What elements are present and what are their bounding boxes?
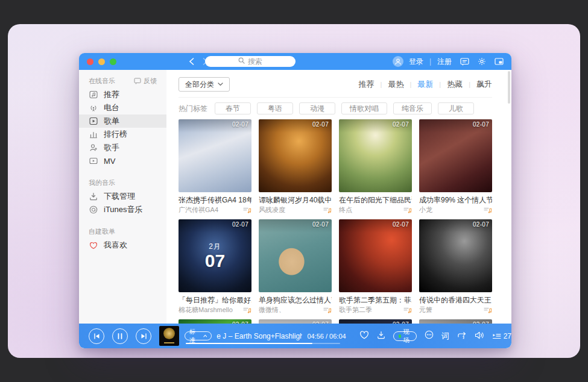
live-label: 现场 [403, 328, 411, 345]
avatar[interactable] [393, 56, 403, 67]
sidebar-item-downloads[interactable]: 下载管理 [79, 190, 166, 203]
message-icon[interactable] [460, 58, 469, 66]
settings-gear-icon[interactable] [478, 57, 486, 66]
playlist-cover[interactable]: 02-07 [259, 219, 332, 292]
radio-icon [89, 104, 98, 112]
tag-anime[interactable]: 动漫 [299, 102, 335, 114]
playlist-cover[interactable]: 02-07 [419, 119, 492, 192]
playlist-cover[interactable]: 02-07 [339, 119, 412, 192]
playlist-card[interactable]: 02-07 成功率99% 这个情人节... 小龙 [419, 119, 492, 214]
card-date: 02-07 [312, 121, 329, 128]
sidebar-item-mv[interactable]: MV [79, 154, 166, 168]
card-creator[interactable]: 小龙 [419, 205, 432, 214]
card-creator[interactable]: 棉花糖Marshmello [179, 305, 233, 315]
playlist-card[interactable]: 02-07 单身狗应该怎么过情人节 微微情、 [259, 219, 332, 315]
register-link[interactable]: 注册 [437, 57, 452, 67]
playlist-card[interactable]: 2月 07 02-07 「每日推荐」给你最好... 棉花糖Marshmello [179, 219, 251, 315]
card-title[interactable]: 传说中的香港四大天王 [419, 296, 492, 304]
progress-bar[interactable] [186, 343, 340, 344]
card-title[interactable]: 在午后的阳光下细品民谣 [339, 196, 412, 204]
main-content: 全部分类 推荐 | 最热 | 最新 | 热藏 | 飙升 热门标签 [166, 70, 511, 348]
volume-icon[interactable] [475, 331, 484, 342]
download-song-icon[interactable] [377, 331, 385, 342]
sidebar-item-recommend[interactable]: 推荐 [79, 88, 166, 101]
zoom-window-button[interactable] [110, 58, 116, 65]
add-to-playlist-icon[interactable] [484, 207, 492, 214]
sidebar-item-favorites[interactable]: 我喜欢 [79, 239, 166, 252]
playlist-cover[interactable]: 02-07 [259, 119, 332, 192]
feedback-button[interactable]: 反馈 [134, 77, 157, 86]
tag-cantonese[interactable]: 粤语 [257, 102, 293, 114]
song-title[interactable]: e J – Earth Song+Flashlight (Li [217, 332, 302, 340]
lyrics-button[interactable]: 词 [441, 332, 449, 340]
add-to-playlist-icon[interactable] [484, 307, 492, 314]
tag-children[interactable]: 儿歌 [438, 102, 474, 114]
next-track-button[interactable] [136, 328, 151, 344]
album-art[interactable] [159, 326, 179, 346]
mini-player-icon[interactable] [495, 58, 504, 65]
tag-love-duet[interactable]: 情歌对唱 [341, 102, 387, 114]
playlist-cover[interactable]: 02-07 [339, 219, 412, 292]
card-creator[interactable]: 微微情、 [259, 305, 285, 315]
add-to-playlist-icon[interactable] [243, 207, 251, 214]
previous-track-button[interactable] [89, 328, 104, 344]
favorite-heart-icon[interactable] [359, 331, 369, 342]
search-input[interactable]: 搜索 [205, 56, 296, 67]
play-queue-button[interactable]: 27 [492, 332, 511, 340]
scrollbar-thumb[interactable] [508, 71, 510, 104]
card-title[interactable]: 单身狗应该怎么过情人节 [259, 296, 332, 304]
pause-button[interactable] [112, 328, 128, 344]
card-creator[interactable]: 广汽传祺GA4 [179, 205, 218, 214]
category-dropdown[interactable]: 全部分类 [179, 77, 230, 92]
card-title[interactable]: 成功率99% 这个情人节... [419, 196, 492, 204]
add-to-playlist-icon[interactable] [323, 307, 332, 314]
quality-selector[interactable]: 标准 [185, 331, 212, 340]
playlist-card[interactable]: 02-07 歌手第二季第五期：菲... 歌手第二季 [339, 219, 412, 315]
add-to-playlist-icon[interactable] [403, 207, 412, 214]
card-creator[interactable]: 终点 [339, 205, 352, 214]
card-title[interactable]: 谭咏麟银河岁月40载中... [259, 196, 332, 204]
close-window-button[interactable] [87, 58, 93, 65]
quality-label: 标准 [189, 328, 201, 345]
live-version-toggle[interactable]: 现场 [393, 331, 417, 341]
sort-tab-newest[interactable]: 最新 [417, 79, 433, 90]
sidebar-item-label: 我喜欢 [104, 240, 127, 251]
more-options-icon[interactable] [425, 330, 434, 342]
sidebar-header-online: 在线音乐 [89, 77, 115, 86]
card-title[interactable]: 歌手第二季第五期：菲... [339, 296, 412, 304]
login-link[interactable]: 登录 [409, 57, 423, 67]
playlist-cover[interactable]: 02-07 [179, 119, 251, 192]
playlist-card[interactable]: 02-07 在午后的阳光下细品民谣 终点 [339, 119, 412, 214]
tag-instrumental[interactable]: 纯音乐 [393, 102, 432, 114]
card-creator[interactable]: 元箫 [419, 305, 432, 315]
add-to-playlist-icon[interactable] [403, 307, 412, 314]
repeat-mode-icon[interactable] [457, 331, 467, 342]
playlist-cover[interactable]: 02-07 [419, 219, 492, 292]
sidebar-item-label: 歌单 [104, 116, 119, 127]
card-creator[interactable]: 风残凌度 [259, 205, 285, 214]
playlist-card[interactable]: 02-07 谭咏麟银河岁月40载中... 风残凌度 [259, 119, 332, 214]
card-creator[interactable]: 歌手第二季 [339, 305, 372, 315]
card-date: 02-07 [393, 221, 409, 228]
add-to-playlist-icon[interactable] [323, 207, 332, 214]
download-icon [89, 192, 98, 201]
sort-tab-soaring[interactable]: 飙升 [476, 79, 492, 90]
minimize-window-button[interactable] [98, 58, 105, 65]
sort-tab-hottest[interactable]: 最热 [388, 79, 403, 90]
sidebar-item-charts[interactable]: 排行榜 [79, 128, 166, 141]
playlist-card[interactable]: 02-07 张杰携手传祺GA4 18年... 广汽传祺GA4 [179, 119, 251, 214]
sidebar-item-radio[interactable]: 电台 [79, 101, 166, 114]
back-button[interactable] [189, 58, 194, 65]
sidebar-item-artists[interactable]: 歌手 [79, 141, 166, 154]
sidebar-item-playlists[interactable]: 歌单 [79, 114, 166, 128]
playlist-card[interactable]: 02-07 传说中的香港四大天王 元箫 [419, 219, 492, 315]
card-title[interactable]: 张杰携手传祺GA4 18年... [179, 196, 251, 204]
add-to-playlist-icon[interactable] [243, 307, 251, 314]
sort-tab-recommend[interactable]: 推荐 [359, 79, 375, 90]
sort-tab-collected[interactable]: 热藏 [447, 79, 463, 90]
sidebar-item-itunes[interactable]: iTunes音乐 [79, 203, 166, 216]
tag-spring-festival[interactable]: 春节 [215, 102, 251, 114]
card-title[interactable]: 「每日推荐」给你最好... [179, 296, 251, 304]
playlist-cover[interactable]: 2月 07 02-07 [179, 219, 251, 292]
player-bar: 标准 e J – Earth Song+Flashlight (Li 04:56… [79, 324, 511, 348]
